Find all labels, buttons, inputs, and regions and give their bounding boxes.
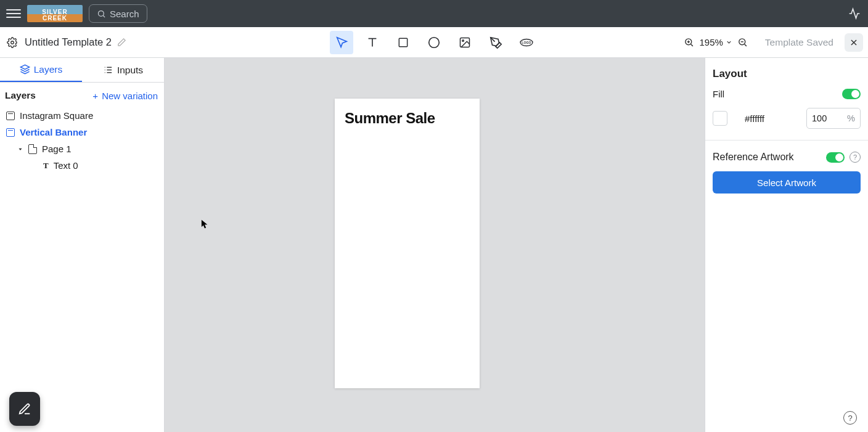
svg-point-8 [462,39,464,41]
svg-point-0 [99,10,104,16]
layout-heading: Layout [713,68,861,80]
layer-vertical-banner[interactable]: Vertical Banner [0,124,164,141]
fill-color-row: #ffffff 100 % [713,108,861,129]
help-button[interactable]: ? [843,411,857,425]
plus-icon: + [92,91,98,101]
editor-toolbar: Untitled Template 2 [0,27,868,58]
fill-label: Fill [713,89,724,99]
fill-toggle[interactable] [842,89,861,99]
logo-icon: LOGO [519,35,534,50]
pen-icon [489,36,502,49]
select-tool[interactable] [330,31,353,54]
artboard-icon [6,128,15,137]
layers-icon [20,64,30,75]
svg-line-12 [691,44,693,46]
new-variation-button[interactable]: + New variation [92,91,158,101]
divider [705,140,868,141]
fill-opacity-input[interactable]: 100 % [806,108,861,129]
tab-layers[interactable]: Layers [0,58,82,82]
zoom-in-icon[interactable] [684,37,694,47]
compose-icon [18,402,31,416]
text-tool[interactable] [361,31,384,54]
svg-marker-20 [20,65,29,69]
zoom-controls: 195% Template Saved [684,33,863,52]
zoom-level-select[interactable]: 195% [699,37,732,47]
caret-down-icon [17,146,23,152]
layer-label: Text 0 [54,160,78,171]
zoom-value: 195% [699,37,723,47]
layers-header: Layers + New variation [0,83,164,107]
search-label: Search [110,9,139,19]
tab-inputs-label: Inputs [117,65,143,76]
template-title: Untitled Template 2 [25,36,112,48]
tab-inputs[interactable]: Inputs [82,58,164,82]
svg-rect-5 [399,38,407,46]
compose-button[interactable] [9,392,40,426]
layer-label: Vertical Banner [20,127,87,137]
activity-icon[interactable] [847,6,862,21]
layer-label: Page 1 [42,144,72,154]
right-panel: Layout Fill #ffffff 100 % Reference Artw… [705,58,868,432]
menu-hamburger-icon[interactable] [6,6,21,21]
mouse-cursor-icon [201,219,208,229]
image-tool[interactable] [453,31,477,54]
layer-instagram-square[interactable]: Instagram Square [0,107,164,124]
reference-artwork-toggle[interactable] [826,152,845,163]
ellipse-tool[interactable] [422,31,446,54]
layer-page-1[interactable]: Page 1 [0,141,164,157]
zoom-out-icon[interactable] [737,37,748,47]
brand-line-2: CREEK [43,15,67,22]
close-icon [850,38,858,47]
fill-hex-value: #ffffff [745,113,764,124]
image-icon [459,36,471,49]
percent-symbol: % [847,113,855,123]
search-button[interactable]: Search [89,4,147,23]
reference-artwork-label: Reference Artwork [713,152,821,163]
artboard-vertical-banner[interactable]: Summer Sale [335,99,480,388]
reference-artwork-help-icon[interactable]: ? [850,152,861,163]
chevron-down-icon [726,39,732,46]
circle-icon [427,36,441,49]
svg-line-16 [745,44,747,46]
svg-marker-27 [19,148,22,150]
search-icon [97,9,106,18]
template-saved-label: Template Saved [765,37,833,48]
left-panel: Layers Inputs Layers + New variation Ins… [0,58,165,432]
select-artwork-label: Select Artwork [757,177,816,188]
text-icon [366,36,379,49]
square-icon [397,36,409,49]
canvas[interactable]: Summer Sale [165,58,705,432]
fill-color-swatch[interactable] [713,111,727,126]
svg-point-6 [429,37,440,47]
edit-title-icon[interactable] [117,37,128,48]
canvas-tools: LOGO [330,31,538,54]
page-icon [28,144,37,154]
list-icon [103,65,113,75]
logo-tool[interactable]: LOGO [515,31,538,54]
fill-section-header: Fill [713,89,861,99]
layer-label: Instagram Square [20,110,93,121]
svg-line-1 [103,15,105,17]
select-artwork-button[interactable]: Select Artwork [713,171,861,194]
fill-opacity-value: 100 [812,113,827,123]
cursor-icon [335,36,348,49]
rectangle-tool[interactable] [391,31,415,54]
layers-title: Layers [5,90,36,101]
text-icon: T [43,161,49,171]
left-panel-tabs: Layers Inputs [0,58,164,83]
layer-tree: Instagram Square Vertical Banner Page 1 … [0,107,164,174]
pen-tool[interactable] [484,31,507,54]
new-variation-label: New variation [102,91,158,101]
canvas-text-summer-sale[interactable]: Summer Sale [345,110,435,127]
svg-point-2 [11,41,14,44]
artboard-icon [6,112,15,120]
svg-text:LOGO: LOGO [522,41,531,44]
tab-layers-label: Layers [34,64,63,75]
layer-text-0[interactable]: T Text 0 [0,157,164,174]
top-navbar: SILVER CREEK Search [0,0,868,27]
settings-gear-icon[interactable] [5,35,20,50]
reference-artwork-row: Reference Artwork ? [713,152,861,163]
main-area: Layers Inputs Layers + New variation Ins… [0,58,868,432]
close-button[interactable] [845,33,863,52]
brand-logo[interactable]: SILVER CREEK [27,5,83,22]
